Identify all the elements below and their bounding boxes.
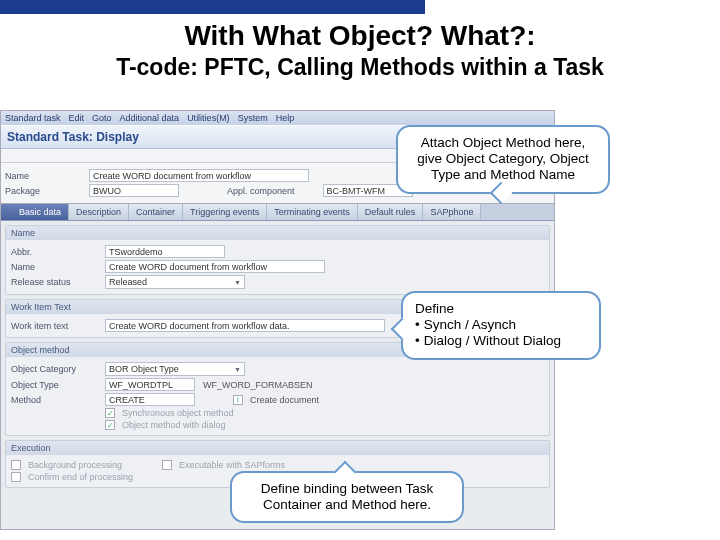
group-name: Name Abbr. TSworddemo Name Create WORD d… (5, 225, 550, 295)
label-method: Method (11, 395, 101, 405)
dropdown-value: BOR Object Type (109, 364, 179, 374)
group-header-exec: Execution (6, 441, 549, 455)
field-package[interactable]: BWUO (89, 184, 179, 197)
menu-system[interactable]: System (238, 113, 268, 123)
text-method-desc: Create document (250, 395, 319, 405)
dropdown-obj-category[interactable]: BOR Object Type▼ (105, 362, 245, 376)
slide-title-block: With What Object? What?: T-code: PFTC, C… (0, 14, 720, 85)
dropdown-release-status[interactable]: Released▼ (105, 275, 245, 289)
menu-help[interactable]: Help (276, 113, 295, 123)
menu-additional-data[interactable]: Additional data (120, 113, 180, 123)
tab-sapphone[interactable]: SAPphone (423, 204, 481, 220)
field-method[interactable]: CREATE (105, 393, 195, 406)
label-sapforms: Executable with SAPforms (179, 460, 285, 470)
label-appl-component: Appl. component (227, 186, 295, 196)
menu-edit[interactable]: Edit (69, 113, 85, 123)
callout-text: Attach Object Method here, give Object C… (417, 135, 589, 182)
field-obj-type[interactable]: WF_WORDTPL (105, 378, 195, 391)
tab-container[interactable]: Container (129, 204, 183, 220)
menu-utilities[interactable]: Utilities(M) (187, 113, 230, 123)
slide-subtitle: T-code: PFTC, Calling Methods within a T… (0, 54, 720, 81)
tab-default-rules[interactable]: Default rules (358, 204, 424, 220)
checkbox-sapforms[interactable] (162, 460, 172, 470)
menu-bar[interactable]: Standard task Edit Goto Additional data … (1, 111, 554, 125)
label-obj-type: Object Type (11, 380, 101, 390)
field-wit[interactable]: Create WORD document from workflow data. (105, 319, 385, 332)
slide-title: With What Object? What?: (0, 20, 720, 52)
group-header-name: Name (6, 226, 549, 240)
label-release-status: Release status (11, 277, 101, 287)
label-package: Package (5, 186, 85, 196)
tab-basic-data[interactable]: Basic data (1, 204, 69, 220)
dropdown-value: Released (109, 277, 147, 287)
label-synchronous: Synchronous object method (122, 408, 234, 418)
label-obj-category: Object Category (11, 364, 101, 374)
tab-label: Description (76, 207, 121, 217)
callout-define-sync-dialog: Define Synch / Asynch Dialog / Without D… (401, 291, 601, 360)
field-name[interactable]: Create WORD document from workflow (89, 169, 309, 182)
tab-strip: Basic data Description Container Trigger… (1, 203, 554, 221)
chevron-down-icon: ▼ (234, 279, 241, 286)
tab-label: Triggering events (190, 207, 259, 217)
label-background: Background processing (28, 460, 158, 470)
menu-goto[interactable]: Goto (92, 113, 112, 123)
tab-terminating-events[interactable]: Terminating events (267, 204, 358, 220)
menu-standard-task[interactable]: Standard task (5, 113, 61, 123)
checkbox-background[interactable] (11, 460, 21, 470)
callout-define-binding: Define binding between Task Container an… (230, 471, 464, 523)
label-wit: Work item text (11, 321, 101, 331)
tab-label: SAPphone (430, 207, 473, 217)
label-abbr: Abbr. (11, 247, 101, 257)
field-task-name[interactable]: Create WORD document from workflow (105, 260, 325, 273)
checkbox-synchronous[interactable]: ✓ (105, 408, 115, 418)
tab-icon (8, 208, 16, 216)
tab-label: Container (136, 207, 175, 217)
decorative-bar (0, 0, 425, 14)
label-confirm-end: Confirm end of processing (28, 472, 133, 482)
callout-bullet: Dialog / Without Dialog (415, 333, 587, 349)
tab-description[interactable]: Description (69, 204, 129, 220)
callout-bullet: Synch / Asynch (415, 317, 587, 333)
callout-attach-object: Attach Object Method here, give Object C… (396, 125, 610, 194)
info-icon[interactable]: i (233, 395, 243, 405)
tab-label: Basic data (19, 207, 61, 217)
text-obj-type-desc: WF_WORD_FORMABSEN (203, 380, 313, 390)
label-task-name: Name (11, 262, 101, 272)
checkbox-confirm-end[interactable] (11, 472, 21, 482)
tab-triggering-events[interactable]: Triggering events (183, 204, 267, 220)
label-dialog: Object method with dialog (122, 420, 226, 430)
callout-text: Define (415, 301, 587, 317)
callout-text: Define binding between Task Container an… (261, 481, 433, 512)
tab-label: Default rules (365, 207, 416, 217)
tab-label: Terminating events (274, 207, 350, 217)
field-abbr[interactable]: TSworddemo (105, 245, 225, 258)
label-name: Name (5, 171, 85, 181)
checkbox-dialog[interactable]: ✓ (105, 420, 115, 430)
chevron-down-icon: ▼ (234, 366, 241, 373)
